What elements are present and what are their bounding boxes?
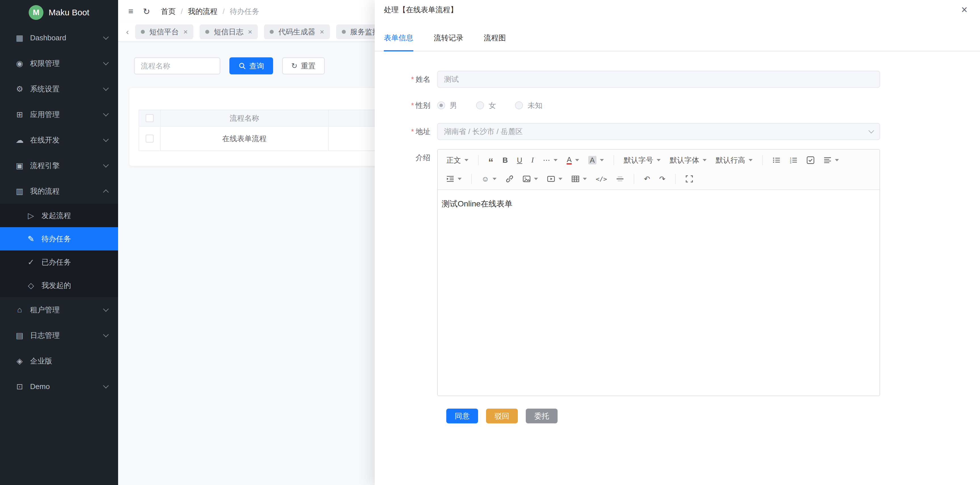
name-field[interactable]: 测试 <box>437 71 880 88</box>
sidebar-item-label: 权限管理 <box>30 59 104 68</box>
align-icon <box>824 156 832 164</box>
gender-radio-group: 男 女 未知 <box>437 97 880 114</box>
image-button[interactable] <box>519 172 542 186</box>
font-family-button[interactable]: 默认字体 <box>666 153 711 167</box>
sidebar-item-log-management[interactable]: ▤ 日志管理 <box>0 323 118 348</box>
process-name-input[interactable] <box>134 57 220 75</box>
tabs-scroll-left-icon[interactable]: ‹ <box>126 27 129 37</box>
breadcrumb-my-process[interactable]: 我的流程 <box>188 6 218 16</box>
font-size-button[interactable]: 默认字号 <box>620 153 665 167</box>
agree-button[interactable]: 同意 <box>446 409 478 423</box>
sidebar-item-online-dev[interactable]: ☁ 在线开发 <box>0 127 118 153</box>
tab-dot-icon <box>205 30 209 34</box>
permission-icon: ◉ <box>15 59 24 68</box>
page-tab-code-generator[interactable]: 代码生成器 × <box>264 24 329 39</box>
sidebar-item-dashboard[interactable]: ▦ Dashboard <box>0 25 118 51</box>
caret-down-icon <box>493 178 496 180</box>
editor-toolbar-row-1: 正文 “ B U I ⋯ A A 默认字号 <box>442 151 875 170</box>
tab-flow-records[interactable]: 流转记录 <box>434 31 463 51</box>
paragraph-style-button[interactable]: 正文 <box>442 153 473 167</box>
apps-icon: ⊞ <box>15 110 24 119</box>
radio-label: 女 <box>488 100 496 110</box>
gender-radio-male[interactable]: 男 <box>437 97 457 114</box>
divider-button[interactable] <box>612 172 628 186</box>
query-button[interactable]: 查询 <box>229 57 273 75</box>
gear-icon: ⚙ <box>15 84 24 94</box>
todo-list-button[interactable] <box>803 153 818 167</box>
refresh-icon[interactable]: ↻ <box>143 6 150 16</box>
radio-label: 男 <box>450 100 457 110</box>
sidebar-item-enterprise[interactable]: ◈ 企业版 <box>0 348 118 374</box>
ordered-list-icon: 123 <box>789 156 797 164</box>
gender-radio-female[interactable]: 女 <box>476 97 496 114</box>
font-color-button[interactable]: A <box>563 153 583 167</box>
chevron-down-icon <box>103 332 109 337</box>
underline-button[interactable]: U <box>513 153 527 167</box>
emoji-button[interactable]: ☺ <box>477 172 501 186</box>
link-button[interactable] <box>502 172 517 186</box>
page-tab-label: 代码生成器 <box>278 27 315 37</box>
italic-icon: I <box>531 156 534 164</box>
drawer-header: 处理【在线表单流程】 × <box>375 0 980 19</box>
reject-button[interactable]: 驳回 <box>486 409 518 423</box>
sidebar-item-tenant-management[interactable]: ⌂ 租户管理 <box>0 297 118 323</box>
undo-button[interactable]: ↶ <box>640 172 654 186</box>
indent-button[interactable] <box>442 172 466 186</box>
app-logo[interactable]: M Maku Boot <box>0 0 118 25</box>
ordered-list-button[interactable]: 123 <box>786 153 802 167</box>
close-icon[interactable]: × <box>961 4 967 15</box>
todo-task-icon: ✎ <box>26 234 36 243</box>
row-checkbox[interactable] <box>146 135 154 143</box>
fullscreen-button[interactable] <box>681 172 697 186</box>
blockquote-button[interactable]: “ <box>484 153 497 167</box>
italic-button[interactable]: I <box>528 153 538 167</box>
sidebar-item-system-settings[interactable]: ⚙ 系统设置 <box>0 76 118 102</box>
redo-button[interactable]: ↷ <box>655 172 670 186</box>
code-block-button[interactable]: </> <box>592 172 611 186</box>
caret-down-icon <box>575 159 579 161</box>
page-tab-sms-platform[interactable]: 短信平台 × <box>135 24 193 39</box>
sidebar-item-my-initiated[interactable]: ◇ 我发起的 <box>0 274 118 297</box>
collapse-sidebar-icon[interactable]: ≡ <box>128 6 134 16</box>
sidebar-item-app-management[interactable]: ⊞ 应用管理 <box>0 102 118 127</box>
chevron-down-icon <box>103 162 109 167</box>
chevron-up-icon <box>103 189 109 195</box>
breadcrumb-home[interactable]: 首页 <box>161 6 176 16</box>
align-button[interactable] <box>819 153 843 167</box>
sidebar-item-todo-tasks[interactable]: ✎ 待办任务 <box>0 227 118 250</box>
tab-form-info[interactable]: 表单信息 <box>384 31 414 51</box>
done-task-icon: ✓ <box>26 258 36 267</box>
editor-content[interactable]: 测试Online在线表单 <box>438 190 880 396</box>
sidebar-item-permissions[interactable]: ◉ 权限管理 <box>0 51 118 76</box>
bold-button[interactable]: B <box>498 153 512 167</box>
reset-button[interactable]: ↻ 重置 <box>282 57 325 75</box>
bullet-list-button[interactable] <box>768 153 784 167</box>
sidebar-item-demo[interactable]: ⊡ Demo <box>0 374 118 399</box>
page-tab-sms-log[interactable]: 短信日志 × <box>200 24 258 39</box>
video-button[interactable] <box>543 172 566 186</box>
line-height-button[interactable]: 默认行高 <box>712 153 757 167</box>
close-icon[interactable]: × <box>183 27 188 37</box>
caret-down-icon <box>465 159 468 161</box>
tab-flow-diagram[interactable]: 流程图 <box>484 31 506 51</box>
redo-icon: ↷ <box>659 175 665 183</box>
bg-color-icon: A <box>588 156 597 164</box>
sidebar-item-done-tasks[interactable]: ✓ 已办任务 <box>0 250 118 274</box>
table-button[interactable] <box>568 172 591 186</box>
sidebar-item-workflow-engine[interactable]: ▣ 流程引擎 <box>0 153 118 178</box>
select-all-checkbox[interactable] <box>146 114 154 122</box>
delegate-button[interactable]: 委托 <box>526 409 558 423</box>
more-styles-button[interactable]: ⋯ <box>539 153 562 167</box>
sidebar: M Maku Boot ▦ Dashboard ◉ 权限管理 ⚙ 系统设置 ⊞ … <box>0 0 118 485</box>
close-icon[interactable]: × <box>248 27 252 37</box>
sidebar-item-start-process[interactable]: ▷ 发起流程 <box>0 204 118 227</box>
bg-color-button[interactable]: A <box>584 153 608 167</box>
sidebar-item-label: 流程引擎 <box>30 161 104 171</box>
close-icon[interactable]: × <box>320 27 324 37</box>
address-select[interactable]: 湖南省 / 长沙市 / 岳麓区 <box>437 123 880 140</box>
caret-down-icon <box>534 178 538 180</box>
sidebar-item-my-process[interactable]: ▥ 我的流程 <box>0 178 118 204</box>
required-mark: * <box>411 101 414 110</box>
bullet-list-icon <box>773 156 780 164</box>
gender-radio-unknown[interactable]: 未知 <box>515 97 542 114</box>
